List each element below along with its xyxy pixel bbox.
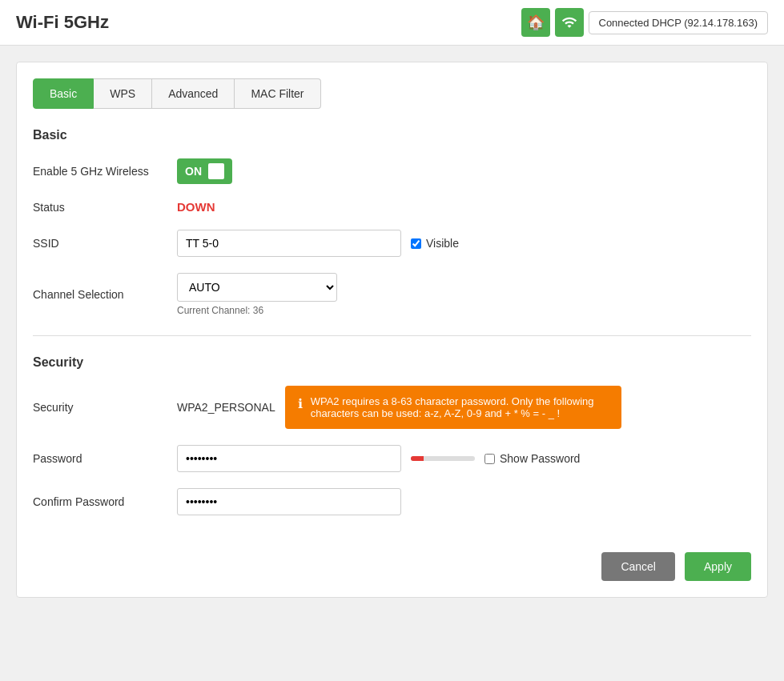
visible-checkbox-area: Visible — [411, 237, 459, 250]
basic-section-title: Basic — [33, 128, 751, 142]
tab-basic[interactable]: Basic — [33, 78, 94, 109]
tab-mac-filter[interactable]: MAC Filter — [235, 78, 320, 109]
home-icon[interactable]: 🏠 — [521, 8, 550, 37]
confirm-password-label: Confirm Password — [33, 495, 177, 508]
password-label: Password — [33, 452, 177, 465]
ssid-input[interactable] — [177, 230, 401, 257]
enable-wireless-control: ON — [177, 158, 751, 184]
show-password-label: Show Password — [500, 452, 580, 465]
security-section-title: Security — [33, 355, 751, 370]
top-bar-right: 🏠 Connected DHCP (92.14.178.163) — [521, 8, 769, 37]
page-title: Wi-Fi 5GHz — [16, 12, 109, 33]
status-control: DOWN — [177, 200, 751, 214]
enable-wireless-row: Enable 5 GHz Wireless ON — [33, 158, 751, 184]
ssid-label: SSID — [33, 237, 177, 250]
tab-advanced[interactable]: Advanced — [152, 78, 235, 109]
enable-wireless-toggle[interactable]: ON — [177, 158, 232, 184]
security-type-label: Security — [33, 401, 177, 414]
channel-selection-wrapper: AUTO 1 6 11 36 40 44 48 Current Channel:… — [177, 273, 337, 316]
strength-bar-fill — [411, 456, 424, 461]
password-strength — [411, 456, 475, 461]
channel-selection-control: AUTO 1 6 11 36 40 44 48 Current Channel:… — [177, 273, 751, 316]
channel-select[interactable]: AUTO 1 6 11 36 40 44 48 — [177, 273, 337, 302]
main-content: Basic WPS Advanced MAC Filter Basic Enab… — [16, 62, 768, 598]
visible-label: Visible — [426, 237, 459, 250]
top-bar: Wi-Fi 5GHz 🏠 Connected DHCP (92.14.178.1… — [0, 0, 784, 46]
notice-text: WPA2 requires a 8-63 character password.… — [311, 395, 609, 419]
show-password-checkbox[interactable] — [484, 454, 495, 464]
ssid-row: SSID Visible — [33, 230, 751, 257]
enable-wireless-label: Enable 5 GHz Wireless — [33, 165, 177, 178]
status-label: Status — [33, 201, 177, 214]
confirm-password-control — [177, 488, 751, 515]
cancel-button[interactable]: Cancel — [601, 552, 675, 581]
tabs: Basic WPS Advanced MAC Filter — [33, 78, 751, 109]
channel-selection-row: Channel Selection AUTO 1 6 11 36 40 44 4… — [33, 273, 751, 316]
connection-status: Connected DHCP (92.14.178.163) — [589, 11, 769, 34]
visible-checkbox[interactable] — [411, 238, 421, 249]
toggle-label: ON — [185, 165, 202, 178]
footer-buttons: Cancel Apply — [33, 539, 751, 581]
tab-wps[interactable]: WPS — [94, 78, 152, 109]
strength-bar-container — [411, 456, 475, 461]
channel-selection-label: Channel Selection — [33, 288, 177, 301]
channel-info: Current Channel: 36 — [177, 305, 337, 316]
status-row: Status DOWN — [33, 200, 751, 214]
show-password-area: Show Password — [484, 452, 580, 465]
confirm-password-row: Confirm Password — [33, 488, 751, 515]
security-type-value: WPA2_PERSONAL — [177, 401, 275, 414]
password-row: Password Show Password — [33, 445, 751, 472]
security-notice: ℹ WPA2 requires a 8-63 character passwor… — [285, 386, 621, 429]
security-type-control: WPA2_PERSONAL ℹ WPA2 requires a 8-63 cha… — [177, 386, 751, 429]
password-control: Show Password — [177, 445, 751, 472]
toggle-square — [208, 163, 224, 179]
password-input[interactable] — [177, 445, 401, 472]
section-divider — [33, 335, 751, 336]
ssid-control: Visible — [177, 230, 751, 257]
wifi-icon[interactable] — [555, 8, 584, 37]
apply-button[interactable]: Apply — [685, 552, 751, 581]
confirm-password-input[interactable] — [177, 488, 401, 515]
notice-icon: ℹ — [298, 396, 303, 411]
security-type-row: Security WPA2_PERSONAL ℹ WPA2 requires a… — [33, 386, 751, 429]
status-value: DOWN — [177, 200, 215, 214]
